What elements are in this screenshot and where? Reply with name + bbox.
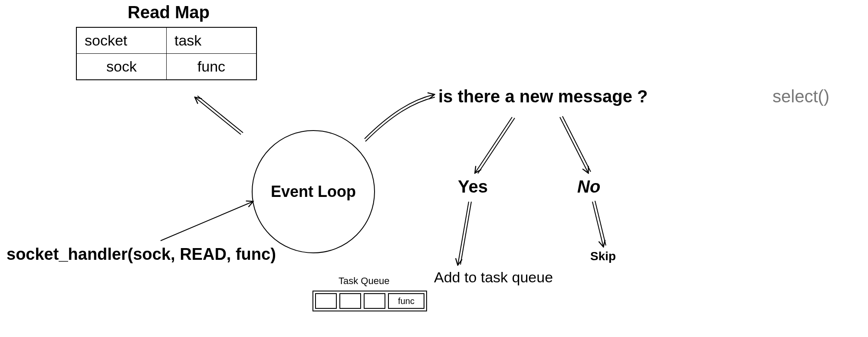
- branch-no-action: Skip: [590, 249, 616, 263]
- task-queue-slot-func: func: [388, 293, 424, 309]
- task-queue-title: Task Queue: [339, 275, 389, 287]
- read-map-cell-sock: sock: [76, 54, 167, 80]
- branch-yes-label: Yes: [458, 177, 488, 196]
- branch-no-label: No: [577, 177, 600, 196]
- event-loop-label: Event Loop: [271, 183, 356, 201]
- socket-handler-call: socket_handler(sock, READ, func): [7, 245, 276, 264]
- read-map-cell-func: func: [167, 54, 257, 80]
- diagram-canvas: Read Map socket task sock func Event Loo…: [0, 0, 868, 337]
- event-loop-node: Event Loop: [252, 130, 375, 253]
- task-queue-slot: [315, 293, 337, 309]
- task-queue-slot: [339, 293, 361, 309]
- read-map-header-socket: socket: [76, 27, 167, 54]
- read-map-title: Read Map: [128, 3, 210, 22]
- read-map-header-task: task: [167, 27, 257, 54]
- question-text: is there a new message ?: [438, 87, 648, 106]
- select-syscall-label: select(): [773, 87, 829, 106]
- read-map-table: socket task sock func: [76, 27, 257, 80]
- branch-yes-action: Add to task queue: [434, 269, 553, 286]
- table-row: sock func: [76, 54, 256, 80]
- table-row: socket task: [76, 27, 256, 54]
- task-queue-slot: [364, 293, 385, 309]
- task-queue: func: [312, 291, 427, 311]
